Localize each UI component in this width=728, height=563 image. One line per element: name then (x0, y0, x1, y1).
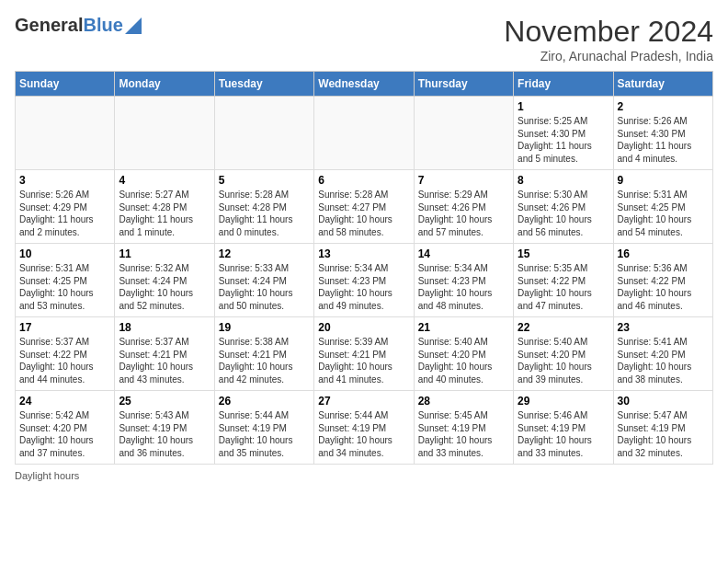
day-number: 24 (19, 395, 110, 408)
day-cell: 30Sunrise: 5:47 AM Sunset: 4:19 PM Dayli… (613, 391, 712, 465)
day-number: 10 (19, 247, 110, 260)
day-info: Sunrise: 5:27 AM Sunset: 4:28 PM Dayligh… (119, 189, 210, 238)
day-cell: 1Sunrise: 5:25 AM Sunset: 4:30 PM Daylig… (514, 97, 613, 170)
day-number: 21 (418, 321, 509, 334)
calendar-header: SundayMondayTuesdayWednesdayThursdayFrid… (16, 72, 713, 97)
day-info: Sunrise: 5:33 AM Sunset: 4:24 PM Dayligh… (219, 262, 310, 312)
day-cell: 5Sunrise: 5:28 AM Sunset: 4:28 PM Daylig… (214, 170, 313, 244)
week-row-5: 24Sunrise: 5:42 AM Sunset: 4:20 PM Dayli… (16, 391, 713, 465)
day-cell: 22Sunrise: 5:40 AM Sunset: 4:20 PM Dayli… (514, 317, 613, 391)
calendar-body: 1Sunrise: 5:25 AM Sunset: 4:30 PM Daylig… (16, 97, 713, 465)
day-number: 23 (618, 321, 709, 334)
day-cell: 17Sunrise: 5:37 AM Sunset: 4:22 PM Dayli… (16, 317, 115, 391)
day-number: 26 (219, 395, 310, 408)
day-number: 6 (318, 174, 409, 187)
day-info: Sunrise: 5:46 AM Sunset: 4:19 PM Dayligh… (518, 409, 609, 459)
location-subtitle: Ziro, Arunachal Pradesh, India (504, 49, 713, 63)
day-cell: 6Sunrise: 5:28 AM Sunset: 4:27 PM Daylig… (314, 170, 414, 244)
day-info: Sunrise: 5:36 AM Sunset: 4:22 PM Dayligh… (618, 262, 709, 312)
week-row-4: 17Sunrise: 5:37 AM Sunset: 4:22 PM Dayli… (16, 317, 713, 391)
day-cell: 21Sunrise: 5:40 AM Sunset: 4:20 PM Dayli… (414, 317, 513, 391)
day-cell: 9Sunrise: 5:31 AM Sunset: 4:25 PM Daylig… (613, 170, 712, 244)
day-cell: 29Sunrise: 5:46 AM Sunset: 4:19 PM Dayli… (514, 391, 613, 465)
day-info: Sunrise: 5:44 AM Sunset: 4:19 PM Dayligh… (318, 409, 409, 459)
calendar-table: SundayMondayTuesdayWednesdayThursdayFrid… (15, 71, 713, 465)
day-number: 19 (219, 321, 310, 334)
day-number: 7 (418, 174, 509, 187)
week-row-1: 1Sunrise: 5:25 AM Sunset: 4:30 PM Daylig… (16, 97, 713, 170)
day-info: Sunrise: 5:28 AM Sunset: 4:27 PM Dayligh… (318, 189, 409, 238)
logo-text: GeneralBlue (15, 15, 123, 36)
day-info: Sunrise: 5:31 AM Sunset: 4:25 PM Dayligh… (19, 262, 110, 312)
day-info: Sunrise: 5:42 AM Sunset: 4:20 PM Dayligh… (19, 409, 110, 459)
day-info: Sunrise: 5:38 AM Sunset: 4:21 PM Dayligh… (219, 336, 310, 385)
day-cell: 24Sunrise: 5:42 AM Sunset: 4:20 PM Dayli… (16, 391, 115, 465)
title-block: November 2024 Ziro, Arunachal Pradesh, I… (504, 15, 713, 63)
day-cell: 23Sunrise: 5:41 AM Sunset: 4:20 PM Dayli… (613, 317, 712, 391)
day-info: Sunrise: 5:47 AM Sunset: 4:19 PM Dayligh… (618, 409, 709, 459)
column-header-wednesday: Wednesday (314, 72, 414, 97)
day-info: Sunrise: 5:37 AM Sunset: 4:21 PM Dayligh… (119, 336, 210, 385)
day-cell: 2Sunrise: 5:26 AM Sunset: 4:30 PM Daylig… (613, 97, 712, 170)
column-header-friday: Friday (514, 72, 613, 97)
footer-note: Daylight hours (15, 470, 713, 481)
day-info: Sunrise: 5:30 AM Sunset: 4:26 PM Dayligh… (518, 189, 609, 238)
day-info: Sunrise: 5:40 AM Sunset: 4:20 PM Dayligh… (418, 336, 509, 385)
day-cell: 28Sunrise: 5:45 AM Sunset: 4:19 PM Dayli… (414, 391, 513, 465)
day-number: 15 (518, 247, 609, 260)
week-row-2: 3Sunrise: 5:26 AM Sunset: 4:29 PM Daylig… (16, 170, 713, 244)
day-info: Sunrise: 5:43 AM Sunset: 4:19 PM Dayligh… (119, 409, 210, 459)
day-info: Sunrise: 5:29 AM Sunset: 4:26 PM Dayligh… (418, 189, 509, 238)
day-info: Sunrise: 5:26 AM Sunset: 4:29 PM Dayligh… (19, 189, 110, 238)
day-number: 11 (119, 247, 210, 260)
day-info: Sunrise: 5:39 AM Sunset: 4:21 PM Dayligh… (318, 336, 409, 385)
day-number: 13 (318, 247, 409, 260)
day-info: Sunrise: 5:32 AM Sunset: 4:24 PM Dayligh… (119, 262, 210, 312)
column-header-tuesday: Tuesday (214, 72, 313, 97)
logo-icon (125, 17, 142, 34)
svg-marker-0 (125, 17, 142, 34)
day-cell: 25Sunrise: 5:43 AM Sunset: 4:19 PM Dayli… (115, 391, 214, 465)
day-cell: 11Sunrise: 5:32 AM Sunset: 4:24 PM Dayli… (115, 244, 214, 317)
day-number: 25 (119, 395, 210, 408)
day-info: Sunrise: 5:26 AM Sunset: 4:30 PM Dayligh… (618, 115, 709, 165)
day-number: 1 (518, 100, 609, 113)
day-cell: 12Sunrise: 5:33 AM Sunset: 4:24 PM Dayli… (214, 244, 313, 317)
day-cell (314, 97, 414, 170)
logo: GeneralBlue (15, 15, 142, 36)
day-number: 12 (219, 247, 310, 260)
day-number: 17 (19, 321, 110, 334)
day-info: Sunrise: 5:31 AM Sunset: 4:25 PM Dayligh… (618, 189, 709, 238)
day-info: Sunrise: 5:40 AM Sunset: 4:20 PM Dayligh… (518, 336, 609, 385)
day-number: 16 (618, 247, 709, 260)
day-number: 14 (418, 247, 509, 260)
day-cell: 7Sunrise: 5:29 AM Sunset: 4:26 PM Daylig… (414, 170, 513, 244)
day-number: 8 (518, 174, 609, 187)
day-cell: 20Sunrise: 5:39 AM Sunset: 4:21 PM Dayli… (314, 317, 414, 391)
day-number: 9 (618, 174, 709, 187)
day-number: 30 (618, 395, 709, 408)
day-cell: 4Sunrise: 5:27 AM Sunset: 4:28 PM Daylig… (115, 170, 214, 244)
day-number: 20 (318, 321, 409, 334)
day-info: Sunrise: 5:25 AM Sunset: 4:30 PM Dayligh… (518, 115, 609, 165)
column-header-saturday: Saturday (613, 72, 712, 97)
day-cell: 14Sunrise: 5:34 AM Sunset: 4:23 PM Dayli… (414, 244, 513, 317)
day-number: 27 (318, 395, 409, 408)
day-cell (16, 97, 115, 170)
day-number: 3 (19, 174, 110, 187)
day-cell: 16Sunrise: 5:36 AM Sunset: 4:22 PM Dayli… (613, 244, 712, 317)
day-info: Sunrise: 5:45 AM Sunset: 4:19 PM Dayligh… (418, 409, 509, 459)
day-info: Sunrise: 5:28 AM Sunset: 4:28 PM Dayligh… (219, 189, 310, 238)
day-number: 18 (119, 321, 210, 334)
day-cell (214, 97, 313, 170)
day-cell (115, 97, 214, 170)
page-header: GeneralBlue November 2024 Ziro, Arunacha… (15, 15, 713, 63)
day-cell: 3Sunrise: 5:26 AM Sunset: 4:29 PM Daylig… (16, 170, 115, 244)
day-cell: 8Sunrise: 5:30 AM Sunset: 4:26 PM Daylig… (514, 170, 613, 244)
week-row-3: 10Sunrise: 5:31 AM Sunset: 4:25 PM Dayli… (16, 244, 713, 317)
day-info: Sunrise: 5:37 AM Sunset: 4:22 PM Dayligh… (19, 336, 110, 385)
day-info: Sunrise: 5:44 AM Sunset: 4:19 PM Dayligh… (219, 409, 310, 459)
day-cell (414, 97, 513, 170)
day-info: Sunrise: 5:35 AM Sunset: 4:22 PM Dayligh… (518, 262, 609, 312)
day-number: 4 (119, 174, 210, 187)
